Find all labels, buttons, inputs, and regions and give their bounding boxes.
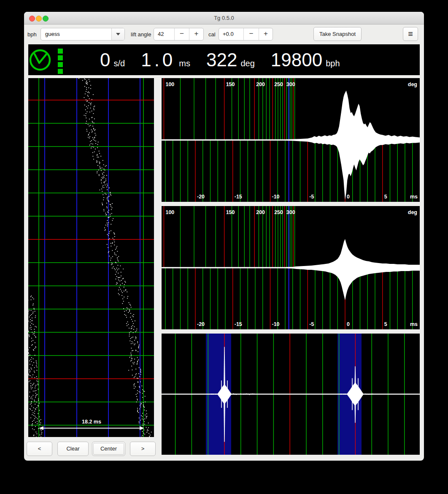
vibration-clock-icon — [28, 44, 83, 75]
svg-text:100: 100 — [165, 209, 174, 215]
svg-text:200: 200 — [256, 209, 265, 215]
svg-text:5: 5 — [384, 194, 387, 200]
svg-text:150: 150 — [226, 81, 235, 87]
lift-angle-increment-button[interactable]: + — [189, 28, 203, 40]
svg-text:0: 0 — [347, 321, 350, 327]
svg-text:-5: -5 — [309, 194, 314, 200]
title-bar: Tg 0.5.0 — [24, 12, 424, 24]
scroll-right-button[interactable]: > — [130, 442, 156, 456]
svg-text:200: 200 — [256, 81, 265, 87]
rate-value: 0 — [100, 44, 110, 75]
lift-angle-label: lift angle — [131, 31, 151, 38]
bph-value: 19800 — [271, 44, 322, 75]
cal-field[interactable]: +0.0 — [219, 28, 243, 40]
svg-text:150: 150 — [226, 209, 235, 215]
svg-text:ms: ms — [410, 194, 418, 200]
scroll-left-button[interactable]: < — [27, 442, 52, 456]
svg-text:deg: deg — [408, 209, 417, 215]
svg-text:-10: -10 — [272, 321, 280, 327]
menu-button[interactable]: ≡ — [403, 27, 418, 41]
svg-text:ms: ms — [410, 321, 418, 327]
svg-text:deg: deg — [408, 81, 417, 87]
svg-text:-15: -15 — [235, 194, 242, 200]
lift-angle-decrement-button[interactable]: − — [174, 28, 189, 40]
svg-text:5: 5 — [384, 321, 387, 327]
center-button[interactable]: Center — [92, 442, 125, 456]
tick-pulse-panel: 100150200250300deg-20-15-10-505ms — [162, 78, 420, 202]
beat-error-value: 1.0 — [141, 44, 175, 75]
hamburger-icon: ≡ — [408, 29, 413, 38]
svg-text:-5: -5 — [309, 321, 314, 327]
bph-readout: 19800 bph — [271, 44, 340, 75]
window-title: Tg 0.5.0 — [24, 15, 424, 21]
svg-text:-20: -20 — [197, 321, 205, 327]
svg-text:18.2 ms: 18.2 ms — [82, 419, 101, 425]
paper-strip-panel: 18.2 ms — [28, 78, 154, 437]
svg-text:250: 250 — [274, 81, 283, 87]
chevron-down-icon — [116, 33, 120, 35]
svg-text:-20: -20 — [197, 194, 205, 200]
amplitude-unit: deg — [240, 59, 254, 68]
svg-text:250: 250 — [274, 209, 283, 215]
bph-combobox-value: guess — [45, 31, 60, 37]
cal-decrement-button[interactable]: − — [243, 28, 259, 40]
svg-text:-10: -10 — [272, 194, 280, 200]
svg-text:300: 300 — [286, 209, 295, 215]
rate-readout: 0 s/d — [100, 44, 125, 75]
beat-error-unit: ms — [179, 59, 190, 68]
beat-audio-panel — [162, 334, 420, 455]
lift-angle-field[interactable]: 42 — [154, 28, 174, 40]
lift-angle-spinbox: 42 − + — [154, 28, 204, 41]
take-snapshot-button[interactable]: Take Snapshot — [313, 27, 362, 41]
rate-unit: s/d — [113, 59, 125, 68]
bph-unit: bph — [326, 59, 340, 68]
amplitude-readout: 322 deg — [206, 44, 255, 75]
svg-text:300: 300 — [286, 81, 295, 87]
svg-text:100: 100 — [165, 81, 174, 87]
combobox-dropdown-button[interactable] — [111, 28, 124, 40]
bph-combobox[interactable]: guess — [40, 28, 125, 41]
cal-increment-button[interactable]: + — [259, 28, 273, 40]
app-window: Tg 0.5.0 bph guess lift angle 42 − + cal… — [24, 12, 424, 461]
cal-label: cal — [208, 31, 216, 38]
readout-bar: 0 s/d 1.0 ms 322 deg 19800 bph — [28, 44, 420, 75]
bph-label: bph — [27, 31, 37, 38]
cal-spinbox: +0.0 − + — [219, 28, 273, 41]
svg-text:-15: -15 — [235, 321, 242, 327]
clear-button[interactable]: Clear — [57, 442, 89, 456]
beat-error-readout: 1.0 ms — [141, 44, 190, 75]
amplitude-value: 322 — [206, 44, 237, 75]
tock-pulse-panel: 100150200250300deg-20-15-10-505ms — [162, 206, 420, 329]
signal-level-indicator — [58, 49, 63, 74]
svg-text:0: 0 — [347, 194, 350, 200]
